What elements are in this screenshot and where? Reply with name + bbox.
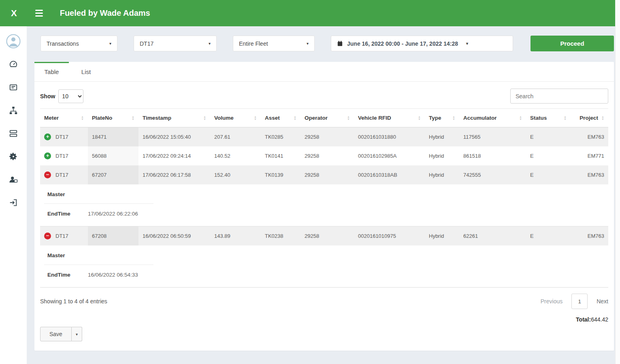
- detail-master-label: Master: [44, 245, 153, 265]
- sort-icon: ▲▼: [601, 116, 604, 121]
- pagination: Previous 1 Next: [541, 294, 608, 309]
- sort-icon: ▲▼: [418, 116, 421, 121]
- column-header-accumulator[interactable]: Accumulator▲▼: [459, 109, 526, 127]
- app-title: Fueled by Wade Adams: [60, 8, 150, 18]
- app-logo: X: [11, 8, 17, 19]
- table-row: +DT17 56088 17/06/2022 09:24:14 140.52 T…: [40, 146, 608, 165]
- total-value: 644.42: [591, 316, 608, 323]
- save-split-button: Save ▾: [40, 327, 82, 341]
- calendar-icon: [337, 40, 343, 47]
- tab-list[interactable]: List: [69, 62, 103, 81]
- column-header-plateno[interactable]: PlateNo▲▼: [88, 109, 138, 127]
- meter-value: DT17: [140, 40, 153, 47]
- detail-row: Master EndTime 17/06/2022 06:22:06: [40, 184, 608, 226]
- transactions-icon[interactable]: [6, 80, 21, 94]
- caret-down-icon: ▾: [109, 41, 111, 46]
- column-header-asset[interactable]: Asset▲▼: [261, 109, 300, 127]
- caret-down-icon: ▾: [209, 41, 211, 46]
- column-header-vehicle-rfid[interactable]: Vehicle RFID▲▼: [354, 109, 425, 127]
- caret-down-icon: ▾: [466, 41, 468, 46]
- table-row: −DT17 67207 17/06/2022 06:17:58 152.40 T…: [40, 165, 608, 184]
- dashboard-icon[interactable]: [6, 57, 21, 71]
- sort-icon: ▲▼: [254, 116, 257, 121]
- proceed-button[interactable]: Proceed: [531, 36, 614, 51]
- search-input[interactable]: [510, 89, 608, 104]
- table-footer: Showing 1 to 4 of 4 entries Previous 1 N…: [40, 294, 608, 309]
- column-header-operator[interactable]: Operator▲▼: [300, 109, 354, 127]
- gear-icon[interactable]: [6, 150, 21, 163]
- transactions-table: Meter▲▼ PlateNo▲▼ Timestamp▲▼ Volume▲▼ A…: [40, 108, 608, 288]
- show-entries-select[interactable]: 10: [58, 89, 83, 103]
- app-header: X Fueled by Wade Adams: [0, 0, 620, 26]
- save-options-caret[interactable]: ▾: [72, 327, 82, 341]
- view-tabs: Table List: [34, 62, 614, 82]
- collapse-row-icon[interactable]: −: [44, 171, 51, 178]
- detail-row: Master EndTime 16/06/2022 06:54:33: [40, 245, 608, 288]
- table-row: −DT17 67208 16/06/2022 06:50:59 143.89 T…: [40, 226, 608, 246]
- previous-page-button[interactable]: Previous: [541, 298, 562, 305]
- sort-icon: ▲▼: [132, 116, 134, 121]
- total-row: Total:644.42: [40, 316, 608, 323]
- endtime-value: 16/06/2022 06:54:33: [88, 272, 138, 278]
- sitemap-icon[interactable]: [6, 104, 21, 117]
- collapse-row-icon[interactable]: −: [44, 233, 51, 239]
- table-header-row: Meter▲▼ PlateNo▲▼ Timestamp▲▼ Volume▲▼ A…: [40, 109, 608, 127]
- sidebar: [0, 26, 27, 364]
- server-icon[interactable]: [6, 127, 21, 140]
- table-controls: Show 10: [40, 89, 608, 104]
- page-number-button[interactable]: 1: [571, 294, 588, 309]
- sort-icon: ▲▼: [519, 116, 522, 121]
- detail-endtime: EndTime 17/06/2022 06:22:06: [44, 204, 604, 226]
- tab-table[interactable]: Table: [34, 62, 69, 81]
- filter-bar: Transactions ▾ DT17 ▾ Entire Fleet ▾ Jun…: [40, 36, 614, 51]
- save-button[interactable]: Save: [40, 327, 72, 341]
- fleet-select[interactable]: Entire Fleet ▾: [233, 36, 315, 51]
- scrollbar[interactable]: [615, 0, 620, 364]
- entries-info: Showing 1 to 4 of 4 entries: [40, 298, 107, 305]
- column-header-status[interactable]: Status▲▼: [526, 109, 571, 127]
- meter-select[interactable]: DT17 ▾: [134, 36, 217, 51]
- results-card: Table List Show 10: [34, 62, 614, 351]
- expand-row-icon[interactable]: +: [44, 152, 51, 159]
- total-label: Total:: [576, 316, 591, 323]
- date-range-value: June 16, 2022 00:00 - June 17, 2022 14:2…: [347, 40, 458, 47]
- sort-icon: ▲▼: [564, 116, 567, 121]
- sort-icon: ▲▼: [203, 116, 206, 121]
- column-header-timestamp[interactable]: Timestamp▲▼: [138, 109, 210, 127]
- avatar-icon[interactable]: [6, 34, 21, 48]
- show-label: Show: [40, 93, 55, 99]
- report-type-value: Transactions: [47, 40, 79, 47]
- sort-icon: ▲▼: [294, 116, 296, 121]
- column-header-volume[interactable]: Volume▲▼: [210, 109, 261, 127]
- detail-endtime: EndTime 16/06/2022 06:54:33: [44, 265, 604, 287]
- operator-icon[interactable]: [6, 173, 21, 186]
- date-range-picker[interactable]: June 16, 2022 00:00 - June 17, 2022 14:2…: [331, 36, 513, 51]
- caret-down-icon: ▾: [307, 41, 309, 46]
- show-entries: Show 10: [40, 89, 83, 103]
- main-content: Transactions ▾ DT17 ▾ Entire Fleet ▾ Jun…: [27, 26, 620, 364]
- endtime-value: 17/06/2022 06:22:06: [88, 211, 138, 217]
- sort-icon: ▲▼: [452, 116, 455, 121]
- column-header-project[interactable]: Project▲▼: [571, 109, 608, 127]
- column-header-meter[interactable]: Meter▲▼: [40, 109, 88, 127]
- column-header-type[interactable]: Type▲▼: [425, 109, 459, 127]
- menu-icon[interactable]: [34, 8, 45, 18]
- logout-icon[interactable]: [6, 196, 21, 210]
- sort-icon: ▲▼: [81, 116, 84, 121]
- fleet-value: Entire Fleet: [239, 40, 268, 47]
- endtime-label: EndTime: [47, 211, 88, 217]
- report-type-select[interactable]: Transactions ▾: [40, 36, 117, 51]
- endtime-label: EndTime: [47, 272, 88, 278]
- expand-row-icon[interactable]: +: [44, 133, 51, 140]
- next-page-button[interactable]: Next: [597, 298, 608, 305]
- sort-icon: ▲▼: [347, 116, 350, 121]
- table-row: +DT17 18471 16/06/2022 15:05:40 207.61 T…: [40, 127, 608, 147]
- detail-master-label: Master: [44, 184, 153, 204]
